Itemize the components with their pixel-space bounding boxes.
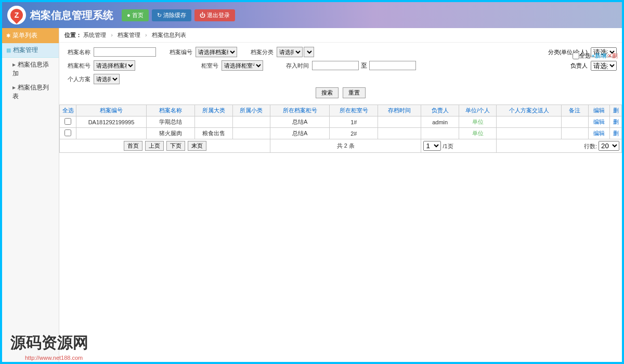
breadcrumb: 位置： 系统管理 › 档案管理 › 档案信息列表: [59, 28, 622, 43]
breadcrumb-part[interactable]: 系统管理: [83, 32, 106, 38]
select-all-checkbox[interactable]: [573, 53, 579, 59]
cell-unit-link[interactable]: 单位: [459, 116, 497, 128]
col-name: 档案名称: [146, 105, 194, 116]
cell-sender: [497, 116, 561, 128]
owner-label: 负责人: [570, 62, 588, 70]
cell-cat1: 粮食出售: [195, 128, 233, 139]
breadcrumb-part: 档案信息列表: [152, 32, 186, 38]
clear-cache-button[interactable]: ↻ 清除缓存: [152, 9, 191, 21]
sidebar: 菜单列表 档案管理 档案信息添加 档案信息列表: [2, 28, 59, 362]
cell-sender: [497, 128, 561, 139]
cell-remark: [561, 128, 588, 139]
cell-unit-link[interactable]: 单位: [459, 128, 497, 139]
menu-header: 菜单列表: [2, 28, 59, 43]
col-select: 全选: [60, 105, 76, 116]
prev-page-button[interactable]: 上页: [145, 141, 164, 151]
store-time-from-input[interactable]: [312, 61, 359, 70]
table-row: 猪火腿肉粮食出售总结A2#单位编辑删: [60, 128, 622, 139]
cell-remark: [561, 116, 588, 128]
delete-link[interactable]: 删: [610, 116, 622, 128]
logout-button[interactable]: ⏻ 退出登录: [194, 9, 235, 21]
cell-code: [76, 128, 147, 139]
cell-room: 2#: [330, 128, 378, 139]
cell-cabinet: 总结A: [270, 116, 330, 128]
col-remark: 备注: [561, 105, 588, 116]
cell-owner: admin: [421, 116, 459, 128]
edit-link[interactable]: 编辑: [588, 128, 609, 139]
archive-category-label: 档案分类: [248, 48, 274, 56]
col-code: 档案编号: [76, 105, 147, 116]
breadcrumb-part[interactable]: 档案管理: [118, 32, 140, 38]
cell-cabinet: 总结A: [270, 128, 330, 139]
edit-link[interactable]: 编辑: [588, 116, 609, 128]
main-content: 位置： 系统管理 › 档案管理 › 档案信息列表 全选 +新增 ✕删 档案名称: [59, 28, 622, 362]
room-select[interactable]: 请选择柜室号: [222, 60, 263, 71]
store-time-label: 存入时间: [283, 62, 309, 70]
rows-label: 行数:: [584, 143, 597, 149]
search-button[interactable]: 搜索: [316, 87, 339, 98]
delete-button[interactable]: ✕删: [607, 52, 618, 60]
reset-button[interactable]: 重置: [343, 87, 366, 98]
app-logo-icon: [7, 6, 26, 24]
col-time: 存档时间: [378, 105, 421, 116]
archive-name-input[interactable]: [94, 47, 156, 57]
col-cat1: 所属大类: [195, 105, 233, 116]
cell-room: 1#: [330, 116, 378, 128]
page-number-select[interactable]: 1: [423, 141, 441, 151]
personal-plan-select[interactable]: 请选择: [94, 74, 120, 84]
cell-owner: [421, 128, 459, 139]
first-page-button[interactable]: 首页: [124, 141, 142, 151]
archive-name-label: 档案名称: [64, 48, 90, 56]
row-checkbox[interactable]: [64, 129, 71, 136]
archive-category-select[interactable]: 请选择: [277, 47, 303, 57]
cell-code: DA181292199995: [76, 116, 147, 128]
sidebar-group-archives[interactable]: 档案管理: [2, 43, 59, 58]
sidebar-item-list[interactable]: 档案信息列表: [2, 81, 59, 103]
table-row: DA181292199995学期总结总结A1#admin单位编辑删: [60, 116, 622, 128]
rows-per-page-select[interactable]: 20: [599, 141, 619, 151]
chevron-right-icon: ›: [111, 32, 113, 38]
next-page-button[interactable]: 下页: [166, 141, 185, 151]
cell-name: 学期总结: [146, 116, 194, 128]
home-button[interactable]: ● 首页: [122, 9, 149, 21]
pager-total: 共 2 条: [270, 139, 421, 153]
bulk-actions: 全选 +新增 ✕删: [573, 52, 618, 60]
app-title: 档案信息管理系统: [30, 8, 113, 22]
cell-time: [378, 128, 421, 139]
select-all-label: 全选: [579, 52, 591, 60]
col-room: 所在柜室号: [330, 105, 378, 116]
col-owner: 负责人: [421, 105, 459, 116]
page-suffix: /1页: [443, 143, 453, 149]
col-sender: 个人方案交送人: [497, 105, 561, 116]
search-panel: 档案名称 档案编号 请选择档案编号 档案分类 请选择 分类(单位/个人): [59, 43, 622, 105]
add-button[interactable]: +新增: [592, 52, 606, 60]
archive-code-select[interactable]: 请选择档案编号: [196, 47, 237, 57]
cabinet-label: 档案柜号: [64, 62, 90, 70]
delete-link[interactable]: 删: [610, 128, 622, 139]
cell-cat2: [232, 128, 270, 139]
col-del: 删: [610, 105, 622, 116]
owner-select[interactable]: 请选择: [591, 61, 617, 71]
col-cabinet: 所在档案柜号: [270, 105, 330, 116]
chevron-right-icon: ›: [145, 32, 147, 38]
room-label: 柜室号: [192, 62, 218, 70]
col-cat2: 所属小类: [232, 105, 270, 116]
store-time-to-input[interactable]: [369, 61, 416, 70]
archive-subcategory-select[interactable]: [304, 47, 314, 57]
row-checkbox[interactable]: [64, 118, 71, 125]
table-header-row: 全选 档案编号 档案名称 所属大类 所属小类 所在档案柜号 所在柜室号 存档时间…: [60, 105, 622, 116]
archive-code-label: 档案编号: [166, 48, 192, 56]
personal-plan-label: 个人方案: [64, 75, 90, 83]
cell-time: [378, 116, 421, 128]
sidebar-item-add[interactable]: 档案信息添加: [2, 58, 59, 81]
date-to-label: 至: [361, 61, 367, 70]
cell-name: 猪火腿肉: [146, 128, 194, 139]
col-unit: 单位/个人: [459, 105, 497, 116]
col-edit: 编辑: [588, 105, 609, 116]
last-page-button[interactable]: 末页: [188, 141, 206, 151]
pager-row: 首页 上页 下页 末页 共 2 条 1 /1页 行数: 20: [60, 139, 622, 153]
breadcrumb-prefix: 位置：: [64, 32, 82, 38]
cabinet-select[interactable]: 请选择档案柜号: [94, 60, 135, 71]
app-header: 档案信息管理系统 ● 首页 ↻ 清除缓存 ⏻ 退出登录: [2, 2, 622, 28]
cell-cat1: [195, 116, 233, 128]
